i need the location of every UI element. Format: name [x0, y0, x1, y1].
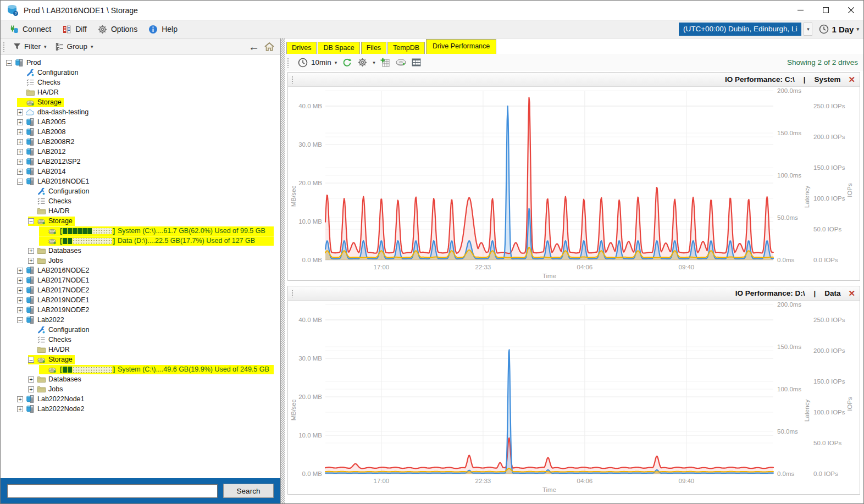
tree-item[interactable]: +dba-dash-testing — [1, 107, 280, 117]
tab-drives[interactable]: Drives — [286, 42, 317, 54]
expand-icon[interactable]: + — [17, 149, 23, 155]
close-chart-icon[interactable]: ✕ — [848, 75, 855, 84]
settings-caret[interactable]: ▾ — [373, 60, 375, 65]
panel-splitter[interactable] — [281, 38, 285, 503]
expand-icon[interactable]: + — [17, 297, 23, 303]
tree-item[interactable]: Checks — [1, 196, 280, 206]
tree-item[interactable]: +LAB2017NODE2 — [1, 285, 280, 295]
tree-item[interactable]: –LAB2016NODE1 — [1, 176, 280, 186]
options-button[interactable]: Options — [92, 23, 143, 36]
tree-item[interactable]: +LAB2016NODE2 — [1, 265, 280, 275]
expand-icon[interactable]: + — [17, 307, 23, 313]
tree-item[interactable]: +Jobs — [1, 256, 280, 265]
expand-icon[interactable]: + — [17, 139, 23, 145]
expand-icon[interactable]: + — [28, 258, 34, 264]
help-button[interactable]: Help — [143, 23, 183, 36]
expand-icon[interactable]: + — [17, 278, 23, 284]
tree-item[interactable]: HA/DR — [1, 206, 280, 216]
interval-select[interactable]: 10min ▾ — [298, 58, 337, 68]
expand-icon[interactable]: + — [28, 386, 34, 392]
tree-item[interactable]: Checks — [1, 335, 280, 345]
refresh-button[interactable] — [342, 57, 352, 68]
tab-files[interactable]: Files — [361, 42, 386, 54]
period-caret[interactable]: ▾ — [856, 26, 859, 32]
tree-item[interactable]: Configuration — [1, 186, 280, 196]
tab-db-space[interactable]: DB Space — [318, 42, 359, 54]
tree-item[interactable]: –Storage — [1, 216, 280, 226]
expand-icon[interactable]: + — [28, 248, 34, 254]
tree-item[interactable]: +LAB2014 — [1, 167, 280, 176]
save-disk-button[interactable] — [396, 57, 406, 68]
expand-icon[interactable]: + — [17, 169, 23, 175]
expand-icon[interactable]: + — [17, 159, 23, 165]
tree-item[interactable]: []System (C:\)....49.6 GB(19.9%) Used of… — [1, 364, 280, 374]
tree-item[interactable]: +Lab2022Node1 — [1, 394, 280, 404]
tree-item[interactable]: +Lab2022Node2 — [1, 404, 280, 414]
collapse-icon[interactable]: – — [17, 317, 23, 323]
expand-icon[interactable]: + — [17, 396, 23, 402]
home-button[interactable] — [264, 42, 275, 52]
maximize-button[interactable] — [813, 1, 838, 20]
tree-item[interactable]: []System (C:\)....61.7 GB(62.0%) Used of… — [1, 226, 280, 236]
tree-item[interactable]: +LAB2019NODE1 — [1, 295, 280, 305]
collapse-icon[interactable]: – — [28, 218, 34, 224]
search-button[interactable]: Search — [223, 484, 274, 498]
tab-drive-performance[interactable]: Drive Performance — [426, 39, 496, 54]
minimize-button[interactable] — [788, 1, 813, 20]
tree-item[interactable]: Storage — [1, 97, 280, 107]
period-select[interactable]: 1 Day ▾ — [819, 24, 859, 34]
drag-grip[interactable] — [291, 290, 294, 297]
diff-button[interactable]: Diff — [57, 23, 92, 36]
tree-item[interactable]: Configuration — [1, 68, 280, 77]
timezone-caret[interactable]: ▾ — [804, 23, 812, 36]
tree-item[interactable]: HA/DR — [1, 345, 280, 355]
export-excel-button[interactable] — [380, 57, 391, 68]
close-button[interactable] — [838, 1, 863, 20]
back-button[interactable]: ← — [244, 41, 264, 52]
tree-item[interactable]: []Data (D:\)....22.5 GB(17.7%) Used of 1… — [1, 236, 280, 246]
search-input[interactable] — [7, 484, 218, 498]
tree-item[interactable]: +Databases — [1, 374, 280, 384]
collapse-icon[interactable]: – — [28, 357, 34, 363]
tree-item[interactable]: –Storage — [1, 355, 280, 364]
chart-header[interactable]: IO Performance: C:\|System✕ — [288, 73, 860, 87]
close-chart-icon[interactable]: ✕ — [848, 289, 855, 297]
expand-icon[interactable]: + — [17, 129, 23, 135]
tree-item[interactable]: +LAB2012 — [1, 147, 280, 157]
expand-icon[interactable]: + — [17, 287, 23, 293]
group-caret[interactable]: ▾ — [91, 44, 93, 49]
timezone-select[interactable]: (UTC+00:00) Dublin, Edinburgh, Li — [679, 23, 801, 36]
settings-button[interactable] — [357, 57, 368, 68]
expand-icon[interactable]: + — [17, 119, 23, 125]
toolbar-grip[interactable] — [3, 42, 5, 52]
tree-item[interactable]: +Jobs — [1, 384, 280, 394]
group-button[interactable]: Group ▾ — [51, 41, 98, 52]
expand-icon[interactable]: + — [28, 376, 34, 383]
filter-caret[interactable]: ▾ — [44, 44, 47, 49]
tree-item[interactable]: –Lab2022 — [1, 315, 280, 325]
tree-item[interactable]: +LAB2019NODE2 — [1, 305, 280, 315]
tree-item[interactable]: +LAB2008R2 — [1, 137, 280, 147]
tab-tempdb[interactable]: TempDB — [387, 42, 425, 54]
tree-item[interactable]: Configuration — [1, 325, 280, 335]
collapse-icon[interactable]: – — [6, 60, 12, 66]
tree-item[interactable]: +Databases — [1, 246, 280, 256]
tree-item[interactable]: Checks — [1, 77, 280, 87]
tree-item[interactable]: +LAB2005 — [1, 117, 280, 127]
expand-icon[interactable]: + — [17, 268, 23, 274]
tree-item[interactable]: –Prod — [1, 58, 280, 68]
expand-icon[interactable]: + — [17, 406, 23, 412]
tree-item[interactable]: +LAB2012\SP2 — [1, 157, 280, 167]
toolbar-grip[interactable] — [287, 58, 290, 68]
connect-button[interactable]: Connect — [4, 23, 57, 36]
table-view-button[interactable] — [411, 57, 422, 68]
tree-item[interactable]: +LAB2008 — [1, 127, 280, 137]
collapse-icon[interactable]: – — [17, 179, 23, 185]
expand-icon[interactable]: + — [17, 109, 23, 115]
interval-caret[interactable]: ▾ — [335, 60, 337, 65]
tree-item[interactable]: +LAB2017NODE1 — [1, 275, 280, 285]
filter-button[interactable]: Filter ▾ — [9, 41, 51, 52]
tree-item[interactable]: HA/DR — [1, 87, 280, 97]
drag-grip[interactable] — [291, 76, 294, 84]
chart-header[interactable]: IO Performance: D:\|Data✕ — [288, 286, 860, 301]
